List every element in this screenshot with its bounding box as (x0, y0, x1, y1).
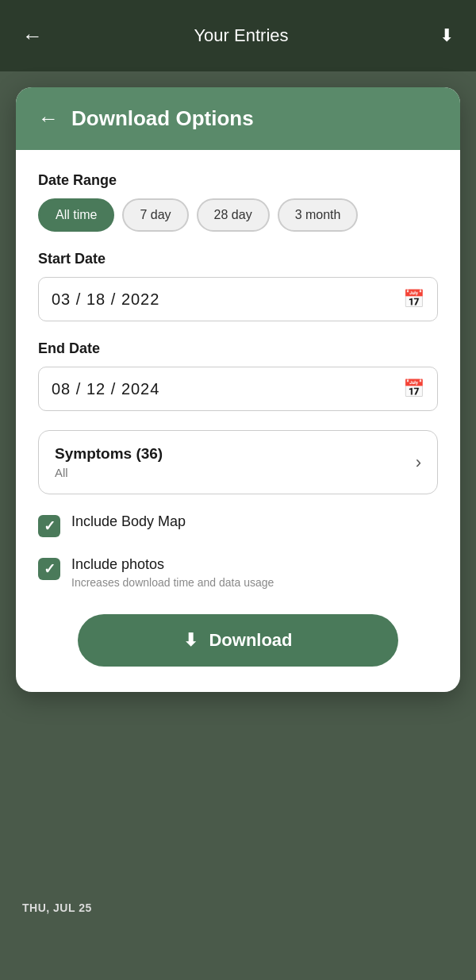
symptoms-title: Symptoms (36) (55, 445, 163, 463)
check-icon-2: ✓ (44, 560, 56, 578)
end-date-sep1: / (76, 380, 86, 398)
start-date-section: Start Date 03 / 18 / 2022 📅 (38, 251, 438, 321)
include-body-map-checkbox[interactable]: ✓ (38, 515, 60, 537)
start-date-month: 03 (52, 290, 71, 308)
start-date-year: 2022 (121, 290, 160, 308)
end-date-year: 2024 (121, 380, 160, 398)
modal-body: Date Range All time 7 day 28 day 3 month… (16, 150, 460, 692)
include-photos-row: ✓ Include photos Increases download time… (38, 556, 438, 589)
include-photos-sublabel: Increases download time and data usage (71, 576, 274, 589)
end-date-input[interactable]: 08 / 12 / 2024 📅 (38, 367, 438, 411)
modal-backdrop: ← Download Options Date Range All time 7… (0, 71, 476, 980)
end-date-calendar-icon[interactable]: 📅 (403, 379, 424, 399)
symptoms-chevron-icon: › (416, 452, 421, 473)
pill-all-time[interactable]: All time (38, 198, 114, 232)
download-button-icon: ⬇ (183, 630, 198, 651)
symptoms-subtitle: All (55, 466, 163, 479)
include-photos-text: Include photos Increases download time a… (71, 556, 274, 589)
pill-group: All time 7 day 28 day 3 month (38, 198, 438, 232)
symptoms-row[interactable]: Symptoms (36) All › (38, 430, 438, 494)
end-date-value: 08 / 12 / 2024 (52, 380, 159, 398)
app-bar: ← Your Entries ⬇ (0, 0, 476, 71)
end-date-day: 12 (86, 380, 106, 398)
bottom-bar: THU, JUL 25 (0, 885, 476, 980)
modal-back-button[interactable]: ← (38, 106, 59, 131)
start-date-calendar-icon[interactable]: 📅 (403, 289, 424, 309)
pill-7day[interactable]: 7 day (122, 198, 188, 232)
include-body-map-label: Include Body Map (71, 513, 186, 530)
app-bar-title: Your Entries (194, 25, 288, 46)
include-body-map-row: ✓ Include Body Map (38, 513, 438, 537)
start-date-sep2: / (111, 290, 121, 308)
date-range-section: Date Range All time 7 day 28 day 3 month (38, 172, 438, 232)
check-icon: ✓ (44, 517, 56, 535)
start-date-value: 03 / 18 / 2022 (52, 290, 159, 309)
include-photos-checkbox[interactable]: ✓ (38, 558, 60, 580)
bottom-date-label: THU, JUL 25 (22, 901, 92, 914)
include-body-map-text: Include Body Map (71, 513, 186, 530)
date-range-label: Date Range (38, 172, 438, 189)
modal-title: Download Options (71, 106, 254, 131)
start-date-day: 18 (86, 290, 106, 308)
end-date-label: End Date (38, 340, 438, 357)
app-bar-download-icon[interactable]: ⬇ (440, 25, 454, 46)
end-date-month: 08 (52, 380, 71, 398)
pill-28day[interactable]: 28 day (197, 198, 270, 232)
download-button-label: Download (209, 630, 292, 651)
download-button[interactable]: ⬇ Download (78, 614, 397, 667)
modal-card: ← Download Options Date Range All time 7… (16, 87, 460, 692)
end-date-section: End Date 08 / 12 / 2024 📅 (38, 340, 438, 411)
include-photos-label: Include photos (71, 556, 274, 573)
app-bar-back-button[interactable]: ← (22, 24, 43, 48)
start-date-input[interactable]: 03 / 18 / 2022 📅 (38, 277, 438, 321)
pill-3month[interactable]: 3 month (278, 198, 359, 232)
end-date-sep2: / (111, 380, 121, 398)
start-date-sep1: / (76, 290, 86, 308)
start-date-label: Start Date (38, 251, 438, 267)
modal-header: ← Download Options (16, 87, 460, 150)
symptoms-text: Symptoms (36) All (55, 445, 163, 479)
